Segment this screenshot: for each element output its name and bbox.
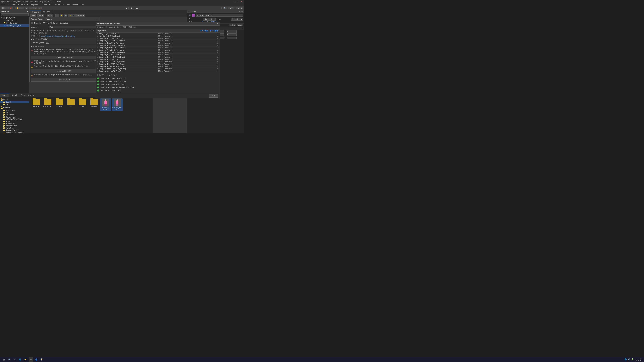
tree-item-nouvelle[interactable]: 📁 Nouvelle bbox=[0, 101, 29, 103]
tree-item-ndmf[interactable]: 📁 Non-Destructive Modular Framework bbox=[0, 131, 29, 133]
scene-tool-1[interactable]: ⊞ bbox=[46, 14, 50, 17]
menu-file[interactable]: File bbox=[1, 4, 5, 6]
toolbar-pin[interactable]: 📌 bbox=[8, 7, 13, 9]
pb-item-eye-btn[interactable]: ⊙ bbox=[217, 42, 218, 44]
pb-list-item[interactable]: ⊙ Hips_1.L (VRC Phys Bone) J.None (Trans… bbox=[96, 32, 220, 35]
pb-item-eye-btn[interactable]: ⊙ bbox=[217, 68, 218, 70]
transform-tool[interactable]: ✴ bbox=[38, 7, 42, 9]
menu-component[interactable]: Component bbox=[29, 4, 40, 6]
tree-item-liltoon[interactable]: 📁 lilToon bbox=[0, 120, 29, 122]
convert-minimize-btn[interactable]: ─ bbox=[94, 18, 96, 20]
search-button[interactable]: 🔍 bbox=[223, 7, 227, 9]
pb-list-item[interactable]: ⊙ Onepiece_A1.R (VRC Phys Bone) J.None (… bbox=[96, 39, 220, 42]
menu-assets[interactable]: Assets bbox=[10, 4, 17, 6]
pb-item-eye-btn[interactable]: ⊙ bbox=[217, 52, 218, 53]
inspector-layer-select[interactable]: Default bbox=[231, 18, 243, 21]
menu-gameobject[interactable]: GameObject bbox=[17, 4, 29, 6]
tree-item-packages[interactable]: ▶📁 Packages bbox=[0, 105, 29, 109]
pb-list-item[interactable]: ⊙ Onepiece_C1.L (VRC Phys Bone) J.None (… bbox=[96, 49, 220, 51]
center-pivot-btn[interactable]: Center bbox=[30, 14, 36, 17]
pb-item-eye-btn[interactable]: ⊙ bbox=[217, 37, 218, 39]
play-button[interactable]: ▶ bbox=[125, 7, 129, 10]
pb-list-item[interactable]: ⊙ Onepiece_A1.L (VRC Phys Bone) J.None (… bbox=[96, 37, 220, 39]
hierarchy-item-quest-video[interactable]: ▼ 🎬 quest_video* bbox=[0, 16, 29, 19]
tree-item-assets[interactable]: ▶📁 Assets bbox=[0, 97, 29, 101]
minimize-btn[interactable]: ─ bbox=[234, 1, 236, 2]
project-file-item[interactable]: Layer bbox=[77, 98, 88, 111]
layout-button[interactable]: Layout bbox=[236, 7, 243, 9]
pb-item-eye-btn[interactable]: ⊙ bbox=[217, 54, 218, 56]
dynamics-minimize-btn[interactable]: ─ bbox=[215, 23, 216, 25]
pb-item-eye-btn[interactable]: ⊙ bbox=[217, 63, 218, 65]
project-file-item[interactable]: EXMenu bbox=[54, 98, 65, 111]
pb-item-eye-btn[interactable]: ⊙ bbox=[217, 56, 218, 58]
dynamics-close-btn[interactable]: ✕ bbox=[217, 23, 218, 25]
pb-item-eye-btn[interactable]: ⊙ bbox=[217, 70, 218, 72]
scale-tool[interactable]: ⤡ bbox=[29, 7, 33, 9]
sk-button[interactable]: SK ▼ bbox=[1, 7, 8, 9]
tree-item-av3emulator[interactable]: 📁 Av3Emulator bbox=[0, 109, 29, 112]
menu-edit[interactable]: Edit bbox=[5, 4, 10, 6]
tree-item-newtonsoft[interactable]: 📁 Newtonsoft.Json bbox=[0, 129, 29, 131]
step-button[interactable]: ⏭ bbox=[135, 7, 139, 10]
hand-tool[interactable]: ✋ bbox=[15, 7, 20, 9]
hierarchy-search-input[interactable] bbox=[1, 13, 28, 16]
pb-list-item[interactable]: ⊙ Onepiece_Back1 (VRC Phys Bone) J.None … bbox=[96, 46, 220, 49]
project-file-item[interactable]: Animation bbox=[31, 98, 42, 111]
tree-item-custom-nunit[interactable]: 📁 Custom NUnit bbox=[0, 116, 29, 118]
inspector-name-input[interactable] bbox=[196, 14, 243, 16]
scale-z-input[interactable] bbox=[226, 36, 237, 39]
pb-item-eye-btn[interactable]: ⊙ bbox=[217, 73, 218, 73]
audio-btn[interactable]: 🔊 bbox=[64, 14, 68, 17]
pb-item-eye-btn[interactable]: ⊙ bbox=[217, 40, 218, 41]
convert-language-select[interactable]: Auto bbox=[49, 26, 98, 28]
convert-section1-header[interactable]: ▶ マテリアル変換設定 bbox=[31, 38, 98, 41]
rect-tool[interactable]: ▭ bbox=[33, 7, 37, 9]
tab-console[interactable]: Console bbox=[10, 94, 20, 96]
project-file-item[interactable]: Another Color bbox=[42, 98, 53, 111]
pb-list-item[interactable]: ⊙ Onepiece_F1.R (VRC Phys Bone) J.None (… bbox=[96, 65, 220, 68]
hierarchy-item-directional-light[interactable]: 💡 Directional Light bbox=[0, 22, 29, 24]
deselect-all-btn[interactable]: すべて解除 bbox=[210, 29, 218, 32]
select-all-btn[interactable]: すべて選択 bbox=[200, 29, 208, 32]
avatar-builder-btn[interactable]: Avatar Builder を開く bbox=[31, 69, 98, 73]
pb-list-item[interactable]: ⊙ Onepiece_E1.R (VRC Phys Bone) J.None (… bbox=[96, 61, 220, 63]
dynamics-apply-btn[interactable]: 適用 bbox=[209, 94, 218, 97]
pb-item-eye-btn[interactable]: ⊙ bbox=[217, 59, 218, 60]
pb-list-item[interactable]: ⊙ Onepiece_D1.R (VRC Phys Bone) J.None (… bbox=[96, 56, 220, 58]
project-file-item[interactable]: Materials bbox=[88, 98, 100, 111]
tree-item-mathematics[interactable]: 📁 Mathematics bbox=[0, 122, 29, 125]
close-btn[interactable]: ✕ bbox=[241, 1, 242, 2]
inspector-enable-checkbox[interactable]: ✓ bbox=[189, 14, 191, 16]
position-z-input[interactable] bbox=[226, 30, 237, 33]
pb-list-item[interactable]: ⊙ Hips_1.R (VRC Phys Bone) J.None (Trans… bbox=[96, 35, 220, 37]
pb-item-eye-btn[interactable]: ⊙ bbox=[217, 44, 218, 46]
tab-game[interactable]: 🎮 Game bbox=[41, 10, 52, 13]
rotation-z-input[interactable] bbox=[226, 33, 237, 36]
move-tool[interactable]: ✛ bbox=[20, 7, 24, 9]
pb-item-eye-btn[interactable]: ⊙ bbox=[217, 35, 218, 37]
project-file-item[interactable]: ●Nouvelle_1.02(Pin... bbox=[100, 98, 111, 111]
tree-item-burst[interactable]: 📁 Burst bbox=[0, 112, 29, 114]
gizmos-btn[interactable]: Gizmos ▼ bbox=[76, 14, 85, 17]
local-global-btn[interactable]: Local ▼ bbox=[37, 14, 44, 17]
convert-close-btn[interactable]: ✕ bbox=[96, 18, 98, 20]
tree-item-mono-cecil[interactable]: 📁 Mono Cecil bbox=[0, 127, 29, 129]
tab-scene[interactable]: 🎬 Scene bbox=[29, 10, 41, 13]
pb-item-eye-btn[interactable]: ⊙ bbox=[217, 47, 218, 49]
hierarchy-item-nouvelle[interactable]: 👤 Nouvelle_1.02(Pink) bbox=[0, 24, 29, 27]
lighting-btn[interactable]: 💡 bbox=[60, 14, 63, 17]
scene-tool-2[interactable]: ≡ bbox=[50, 14, 53, 17]
hierarchy-item-main-camera[interactable]: 📷 Main Camera bbox=[0, 19, 29, 22]
pb-item-eye-btn[interactable]: ⊙ bbox=[217, 61, 218, 63]
convert-section2-header[interactable]: ▶ Avatar Dynamics 設定 bbox=[31, 41, 98, 44]
tree-item-modular-avatar[interactable]: 📁 Modular Avatar bbox=[0, 125, 29, 127]
convert-btn[interactable]: 手動で変換する bbox=[31, 78, 98, 82]
pb-list-item[interactable]: ⊙ Onepiece_C1.R (VRC Phys Bone) J.None (… bbox=[96, 51, 220, 54]
pb-item-eye-btn[interactable]: ⊙ bbox=[217, 49, 218, 51]
pb-list-item[interactable]: ⊙ Onepiece_B1.R (VRC Phys Bone) J.None (… bbox=[96, 44, 220, 46]
menu-help[interactable]: Help bbox=[79, 4, 85, 6]
inspector-tag-select[interactable]: Untagged bbox=[203, 18, 216, 21]
pause-button[interactable]: ⏸ bbox=[130, 7, 134, 10]
rotate-tool[interactable]: ↺ bbox=[25, 7, 28, 9]
